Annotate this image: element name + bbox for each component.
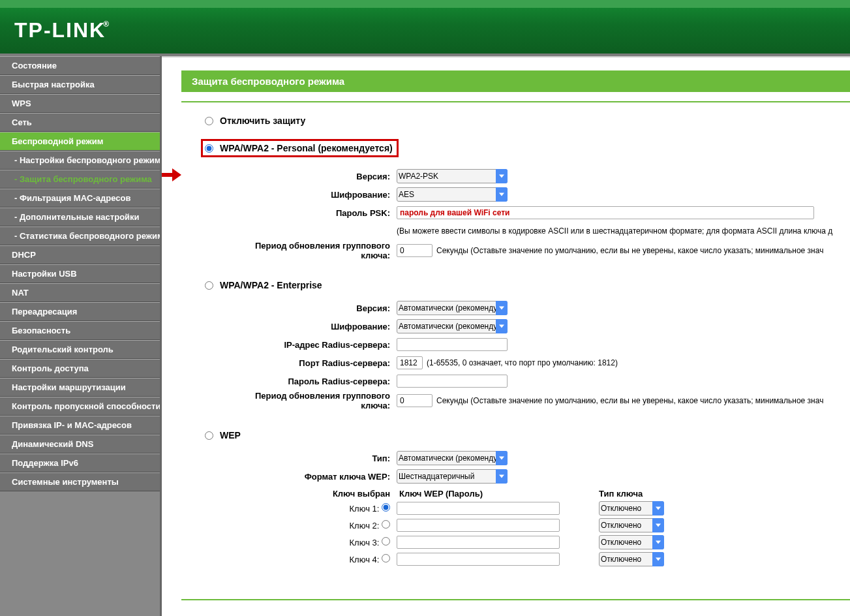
sidebar-item-4[interactable]: Беспроводной режим [0, 132, 160, 151]
select-wep-keytype-2[interactable]: Отключено [599, 518, 664, 532]
option-wpa-personal-label: WPA/WPA2 - Personal (рекомендуется) [220, 143, 393, 153]
input-radius-port[interactable] [397, 356, 423, 369]
label-group-key: Период обновления группового ключа: [227, 241, 397, 260]
input-wep-key-1[interactable] [397, 502, 560, 515]
radio-wep-key-3[interactable] [382, 537, 390, 546]
input-personal-group-key[interactable] [397, 244, 433, 257]
sidebar-item-13[interactable]: Переадресация [0, 302, 160, 321]
sidebar-item-5[interactable]: - Настройки беспроводного режима [0, 151, 160, 170]
label-encryption: Шифрование: [227, 190, 397, 200]
option-wpa-enterprise[interactable]: WPA/WPA2 - Enterprise [205, 280, 850, 290]
radio-wep[interactable] [205, 431, 213, 440]
sidebar-item-8[interactable]: - Дополнительные настройки [0, 208, 160, 226]
sidebar-item-2[interactable]: WPS [0, 94, 160, 113]
wep-key-row-3: Ключ 3: Отключено [227, 535, 850, 549]
radio-wep-key-1[interactable] [382, 503, 390, 512]
sidebar-item-1[interactable]: Быстрая настройка [0, 75, 160, 94]
wep-key-row-4: Ключ 4: Отключено [227, 552, 850, 566]
main-content: Защита беспроводного режима Отключить за… [162, 56, 850, 616]
select-wep-type[interactable]: Автоматически (рекоменду [397, 451, 508, 465]
option-disable-security[interactable]: Отключить защиту [205, 116, 850, 126]
logo: TP-LINK® [14, 18, 113, 42]
wep-key-row-1: Ключ 1: Отключено [227, 501, 850, 516]
input-wep-key-4[interactable] [397, 553, 560, 566]
option-wep-label: WEP [220, 430, 241, 440]
sidebar-item-16[interactable]: Контроль доступа [0, 359, 160, 378]
sidebar-item-0[interactable]: Состояние [0, 56, 160, 75]
sidebar-item-12[interactable]: NAT [0, 283, 160, 302]
annotation-arrow [162, 168, 181, 181]
input-ent-group-key[interactable] [397, 394, 433, 407]
select-wep-format[interactable]: Шестнадцатеричный [397, 469, 508, 484]
page-title: Защита беспроводного режима [181, 70, 850, 92]
sidebar-item-14[interactable]: Безопасность [0, 321, 160, 340]
radio-wep-key-4[interactable] [382, 554, 390, 562]
sidebar-item-18[interactable]: Контроль пропускной способности [0, 397, 160, 416]
title-underline [181, 101, 850, 102]
option-disable-label: Отключить защиту [220, 116, 305, 126]
radio-wep-key-2[interactable] [382, 520, 390, 529]
header: TP-LINK® [0, 0, 850, 56]
select-wep-keytype-3[interactable]: Отключено [599, 535, 664, 549]
wep-key-row-2: Ключ 2: Отключено [227, 518, 850, 532]
input-radius-password[interactable] [397, 375, 508, 388]
sidebar-item-21[interactable]: Поддержка IPv6 [0, 454, 160, 472]
input-radius-ip[interactable] [397, 338, 508, 351]
save-area: Сохранить [181, 599, 850, 616]
psk-note: (Вы можете ввести символы в кодировке AS… [397, 226, 850, 236]
sidebar-item-15[interactable]: Родительский контроль [0, 340, 160, 359]
gk-hint: Секунды (Оставьте значение по умолчанию,… [436, 246, 823, 255]
sidebar-item-7[interactable]: - Фильтрация MAC-адресов [0, 189, 160, 208]
sidebar-item-10[interactable]: DHCP [0, 245, 160, 264]
radio-disable[interactable] [205, 117, 213, 125]
option-wpa-enterprise-label: WPA/WPA2 - Enterprise [220, 280, 322, 290]
select-wep-keytype-1[interactable]: Отключено [599, 501, 664, 516]
sidebar-item-9[interactable]: - Статистика беспроводного режима [0, 226, 160, 245]
select-wep-keytype-4[interactable]: Отключено [599, 552, 664, 566]
option-wpa-personal[interactable]: WPA/WPA2 - Personal (рекомендуется) [201, 139, 399, 157]
sidebar-item-11[interactable]: Настройки USB [0, 264, 160, 283]
sidebar-item-19[interactable]: Привязка IP- и MAC-адресов [0, 416, 160, 435]
wep-form: Тип: Автоматически (рекоменду Формат клю… [227, 450, 850, 485]
sidebar-item-3[interactable]: Сеть [0, 113, 160, 132]
sidebar-item-22[interactable]: Системные инструменты [0, 472, 160, 491]
label-version: Версия: [227, 172, 397, 181]
radio-wpa-personal[interactable] [205, 144, 213, 153]
select-ent-version[interactable]: Автоматически (рекоменду [397, 301, 508, 315]
input-psk-password[interactable] [397, 206, 814, 219]
select-wpa-encryption[interactable]: AES [397, 187, 508, 202]
option-wep[interactable]: WEP [205, 430, 850, 440]
wpa-personal-form: Версия: WPA2-PSK Шифрование: AES Пароль … [227, 168, 850, 260]
radio-wpa-enterprise[interactable] [205, 281, 213, 290]
header-stripe [0, 0, 850, 8]
select-ent-encryption[interactable]: Автоматически (рекоменду [397, 319, 508, 333]
input-wep-key-2[interactable] [397, 519, 560, 532]
select-wpa-version[interactable]: WPA2-PSK [397, 169, 508, 183]
sidebar: СостояниеБыстрая настройкаWPSСетьБеспров… [0, 56, 162, 616]
sidebar-item-20[interactable]: Динамический DNS [0, 435, 160, 454]
sidebar-item-17[interactable]: Настройки маршрутизации [0, 378, 160, 397]
label-psk: Пароль PSK: [227, 208, 397, 218]
sidebar-item-6[interactable]: - Защита беспроводного режима [0, 170, 160, 189]
wpa-enterprise-form: Версия: Автоматически (рекоменду Шифрова… [227, 300, 850, 410]
wep-table-header: Ключ выбран Ключ WEP (Пароль) Тип ключа [227, 489, 850, 499]
input-wep-key-3[interactable] [397, 536, 560, 549]
